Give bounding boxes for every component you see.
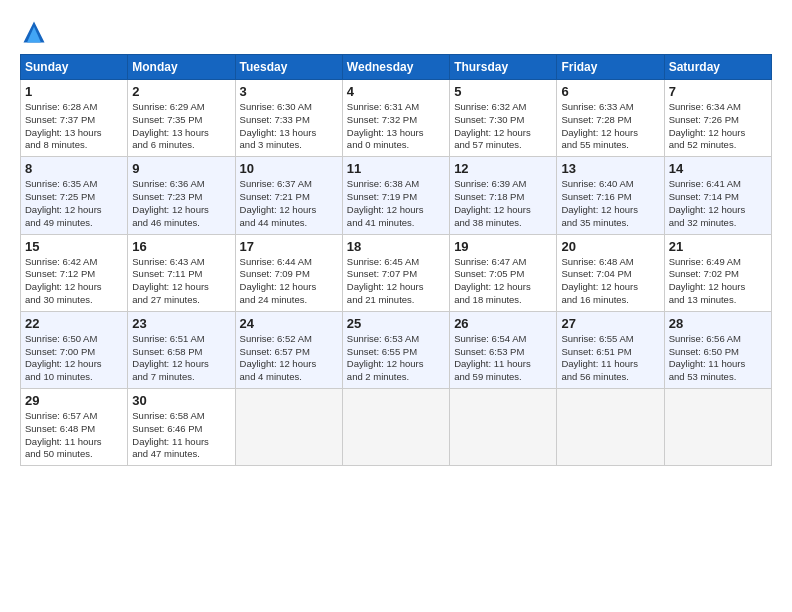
calendar-cell: 11Sunrise: 6:38 AM Sunset: 7:19 PM Dayli… — [342, 157, 449, 234]
calendar-cell — [664, 389, 771, 466]
week-row-4: 22Sunrise: 6:50 AM Sunset: 7:00 PM Dayli… — [21, 311, 772, 388]
day-detail: Sunrise: 6:35 AM Sunset: 7:25 PM Dayligh… — [25, 178, 123, 229]
day-number: 1 — [25, 84, 123, 99]
calendar-cell: 26Sunrise: 6:54 AM Sunset: 6:53 PM Dayli… — [450, 311, 557, 388]
calendar-cell: 16Sunrise: 6:43 AM Sunset: 7:11 PM Dayli… — [128, 234, 235, 311]
calendar-cell: 3Sunrise: 6:30 AM Sunset: 7:33 PM Daylig… — [235, 80, 342, 157]
calendar-cell: 4Sunrise: 6:31 AM Sunset: 7:32 PM Daylig… — [342, 80, 449, 157]
day-number: 20 — [561, 239, 659, 254]
day-number: 15 — [25, 239, 123, 254]
day-number: 25 — [347, 316, 445, 331]
day-number: 4 — [347, 84, 445, 99]
week-row-1: 1Sunrise: 6:28 AM Sunset: 7:37 PM Daylig… — [21, 80, 772, 157]
calendar-cell — [557, 389, 664, 466]
calendar-cell: 18Sunrise: 6:45 AM Sunset: 7:07 PM Dayli… — [342, 234, 449, 311]
day-detail: Sunrise: 6:57 AM Sunset: 6:48 PM Dayligh… — [25, 410, 123, 461]
day-detail: Sunrise: 6:41 AM Sunset: 7:14 PM Dayligh… — [669, 178, 767, 229]
day-number: 28 — [669, 316, 767, 331]
calendar-cell: 29Sunrise: 6:57 AM Sunset: 6:48 PM Dayli… — [21, 389, 128, 466]
calendar-cell: 17Sunrise: 6:44 AM Sunset: 7:09 PM Dayli… — [235, 234, 342, 311]
logo-icon — [20, 18, 48, 46]
day-detail: Sunrise: 6:50 AM Sunset: 7:00 PM Dayligh… — [25, 333, 123, 384]
calendar-cell: 27Sunrise: 6:55 AM Sunset: 6:51 PM Dayli… — [557, 311, 664, 388]
day-detail: Sunrise: 6:43 AM Sunset: 7:11 PM Dayligh… — [132, 256, 230, 307]
calendar-body: 1Sunrise: 6:28 AM Sunset: 7:37 PM Daylig… — [21, 80, 772, 466]
day-detail: Sunrise: 6:38 AM Sunset: 7:19 PM Dayligh… — [347, 178, 445, 229]
day-detail: Sunrise: 6:56 AM Sunset: 6:50 PM Dayligh… — [669, 333, 767, 384]
day-detail: Sunrise: 6:28 AM Sunset: 7:37 PM Dayligh… — [25, 101, 123, 152]
day-number: 18 — [347, 239, 445, 254]
day-number: 26 — [454, 316, 552, 331]
week-row-3: 15Sunrise: 6:42 AM Sunset: 7:12 PM Dayli… — [21, 234, 772, 311]
day-header-monday: Monday — [128, 55, 235, 80]
calendar-cell: 1Sunrise: 6:28 AM Sunset: 7:37 PM Daylig… — [21, 80, 128, 157]
calendar-cell: 12Sunrise: 6:39 AM Sunset: 7:18 PM Dayli… — [450, 157, 557, 234]
day-detail: Sunrise: 6:58 AM Sunset: 6:46 PM Dayligh… — [132, 410, 230, 461]
calendar-cell: 9Sunrise: 6:36 AM Sunset: 7:23 PM Daylig… — [128, 157, 235, 234]
calendar-cell: 10Sunrise: 6:37 AM Sunset: 7:21 PM Dayli… — [235, 157, 342, 234]
calendar-page: SundayMondayTuesdayWednesdayThursdayFrid… — [0, 0, 792, 612]
day-detail: Sunrise: 6:39 AM Sunset: 7:18 PM Dayligh… — [454, 178, 552, 229]
calendar-cell: 24Sunrise: 6:52 AM Sunset: 6:57 PM Dayli… — [235, 311, 342, 388]
day-number: 9 — [132, 161, 230, 176]
day-detail: Sunrise: 6:53 AM Sunset: 6:55 PM Dayligh… — [347, 333, 445, 384]
day-number: 19 — [454, 239, 552, 254]
calendar-cell: 19Sunrise: 6:47 AM Sunset: 7:05 PM Dayli… — [450, 234, 557, 311]
day-number: 23 — [132, 316, 230, 331]
calendar-cell — [342, 389, 449, 466]
day-detail: Sunrise: 6:34 AM Sunset: 7:26 PM Dayligh… — [669, 101, 767, 152]
day-number: 29 — [25, 393, 123, 408]
day-number: 14 — [669, 161, 767, 176]
day-number: 3 — [240, 84, 338, 99]
calendar-cell: 7Sunrise: 6:34 AM Sunset: 7:26 PM Daylig… — [664, 80, 771, 157]
day-number: 13 — [561, 161, 659, 176]
day-detail: Sunrise: 6:40 AM Sunset: 7:16 PM Dayligh… — [561, 178, 659, 229]
calendar-cell: 6Sunrise: 6:33 AM Sunset: 7:28 PM Daylig… — [557, 80, 664, 157]
day-number: 24 — [240, 316, 338, 331]
calendar-cell: 25Sunrise: 6:53 AM Sunset: 6:55 PM Dayli… — [342, 311, 449, 388]
calendar-cell: 15Sunrise: 6:42 AM Sunset: 7:12 PM Dayli… — [21, 234, 128, 311]
calendar-cell: 22Sunrise: 6:50 AM Sunset: 7:00 PM Dayli… — [21, 311, 128, 388]
calendar-cell: 5Sunrise: 6:32 AM Sunset: 7:30 PM Daylig… — [450, 80, 557, 157]
day-number: 27 — [561, 316, 659, 331]
calendar-cell: 20Sunrise: 6:48 AM Sunset: 7:04 PM Dayli… — [557, 234, 664, 311]
header — [20, 18, 772, 46]
day-detail: Sunrise: 6:30 AM Sunset: 7:33 PM Dayligh… — [240, 101, 338, 152]
calendar-cell: 8Sunrise: 6:35 AM Sunset: 7:25 PM Daylig… — [21, 157, 128, 234]
day-header-tuesday: Tuesday — [235, 55, 342, 80]
day-number: 11 — [347, 161, 445, 176]
day-detail: Sunrise: 6:36 AM Sunset: 7:23 PM Dayligh… — [132, 178, 230, 229]
day-number: 7 — [669, 84, 767, 99]
day-detail: Sunrise: 6:48 AM Sunset: 7:04 PM Dayligh… — [561, 256, 659, 307]
day-number: 21 — [669, 239, 767, 254]
day-number: 30 — [132, 393, 230, 408]
day-number: 12 — [454, 161, 552, 176]
calendar-cell: 2Sunrise: 6:29 AM Sunset: 7:35 PM Daylig… — [128, 80, 235, 157]
calendar-cell: 30Sunrise: 6:58 AM Sunset: 6:46 PM Dayli… — [128, 389, 235, 466]
days-header-row: SundayMondayTuesdayWednesdayThursdayFrid… — [21, 55, 772, 80]
day-detail: Sunrise: 6:45 AM Sunset: 7:07 PM Dayligh… — [347, 256, 445, 307]
day-header-sunday: Sunday — [21, 55, 128, 80]
day-detail: Sunrise: 6:29 AM Sunset: 7:35 PM Dayligh… — [132, 101, 230, 152]
calendar-cell: 23Sunrise: 6:51 AM Sunset: 6:58 PM Dayli… — [128, 311, 235, 388]
logo — [20, 18, 52, 46]
day-number: 17 — [240, 239, 338, 254]
week-row-2: 8Sunrise: 6:35 AM Sunset: 7:25 PM Daylig… — [21, 157, 772, 234]
day-detail: Sunrise: 6:37 AM Sunset: 7:21 PM Dayligh… — [240, 178, 338, 229]
calendar-cell: 28Sunrise: 6:56 AM Sunset: 6:50 PM Dayli… — [664, 311, 771, 388]
calendar-cell: 14Sunrise: 6:41 AM Sunset: 7:14 PM Dayli… — [664, 157, 771, 234]
week-row-5: 29Sunrise: 6:57 AM Sunset: 6:48 PM Dayli… — [21, 389, 772, 466]
day-number: 16 — [132, 239, 230, 254]
day-header-thursday: Thursday — [450, 55, 557, 80]
day-detail: Sunrise: 6:32 AM Sunset: 7:30 PM Dayligh… — [454, 101, 552, 152]
day-detail: Sunrise: 6:31 AM Sunset: 7:32 PM Dayligh… — [347, 101, 445, 152]
calendar-cell — [235, 389, 342, 466]
calendar-table: SundayMondayTuesdayWednesdayThursdayFrid… — [20, 54, 772, 466]
day-detail: Sunrise: 6:49 AM Sunset: 7:02 PM Dayligh… — [669, 256, 767, 307]
day-number: 8 — [25, 161, 123, 176]
day-number: 22 — [25, 316, 123, 331]
day-number: 2 — [132, 84, 230, 99]
day-detail: Sunrise: 6:55 AM Sunset: 6:51 PM Dayligh… — [561, 333, 659, 384]
day-detail: Sunrise: 6:42 AM Sunset: 7:12 PM Dayligh… — [25, 256, 123, 307]
day-header-wednesday: Wednesday — [342, 55, 449, 80]
